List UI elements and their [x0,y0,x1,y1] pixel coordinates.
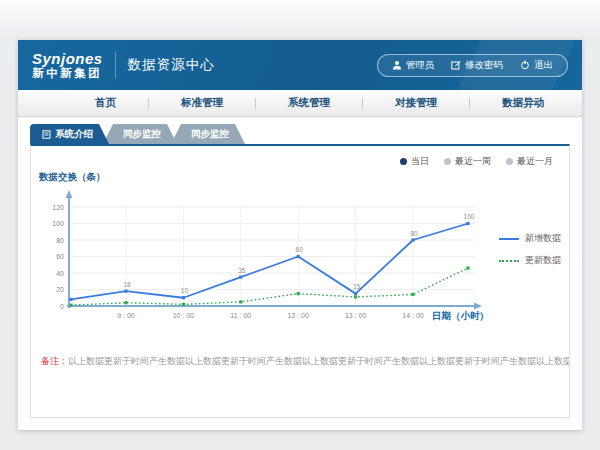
time-range-option-1[interactable]: 最近一周 [444,155,491,168]
footnote-prefix: 备注： [41,356,68,366]
nav-item-2[interactable]: 系统管理 [256,96,362,110]
svg-text:10 : 00: 10 : 00 [173,312,195,319]
svg-text:120: 120 [52,204,64,211]
legend-line-swatch [499,238,519,240]
tab-1[interactable]: 同步监控 [103,124,177,144]
logo-text-en: Synjones [32,50,103,67]
svg-text:0: 0 [60,303,64,310]
main-nav: 首页标准管理系统管理对接管理数据异动 [18,90,582,117]
tab-bar: 系统介绍同步监控同步监控 [30,124,582,144]
legend-item-1[interactable]: 更新数据 [499,254,561,267]
time-range-label: 最近一周 [455,155,491,168]
edit-icon [451,60,461,70]
company-logo: Synjones 新中新集团 [32,50,103,80]
logo-text-cn: 新中新集团 [32,67,102,80]
line-chart: 0204060801001209 : 0010 : 0011 : 0012 : … [31,186,491,326]
svg-text:60: 60 [56,253,64,260]
tab-label: 同步监控 [123,128,161,141]
legend-label: 新增数据 [525,232,561,245]
chart-y-axis-title: 数据交换（条） [39,171,106,184]
radio-icon [444,158,451,165]
logout-button[interactable]: 退出 [520,59,553,72]
svg-text:100: 100 [464,213,475,220]
chart-svg: 0204060801001209 : 0010 : 0011 : 0012 : … [31,186,491,326]
tab-0[interactable]: 系统介绍 [30,124,109,144]
change-password-label: 修改密码 [465,59,503,72]
header-divider [115,52,116,78]
svg-text:18: 18 [123,281,131,288]
logout-label: 退出 [534,59,553,72]
svg-text:35: 35 [238,267,246,274]
radio-selected-icon [400,158,407,165]
radio-icon [506,158,513,165]
app-header: Synjones 新中新集团 数据资源中心 管理员 修改密码 [18,40,582,90]
chart-legend: 新增数据更新数据 [499,232,561,267]
current-user-button[interactable]: 管理员 [392,59,435,72]
change-password-button[interactable]: 修改密码 [451,59,503,72]
svg-text:20: 20 [56,286,64,293]
svg-text:14 : 00: 14 : 00 [402,312,424,319]
content-panel: 当日最近一周最近一月 数据交换（条） 0204060801001209 : 00… [30,144,570,418]
footnote: 备注：以上数据更新于时间产生数据以上数据更新于时间产生数据以上数据更新于时间产生… [31,355,569,368]
legend-label: 更新数据 [525,254,561,267]
user-toolbar: 管理员 修改密码 退出 [377,54,569,77]
tab-label: 同步监控 [191,128,229,141]
footnote-text: 以上数据更新于时间产生数据以上数据更新于时间产生数据以上数据更新于时间产生数据以… [68,356,569,366]
svg-text:13 : 00: 13 : 00 [345,312,367,319]
chart-x-axis-title: 日期（小时） [432,310,489,322]
svg-text:60: 60 [296,246,304,253]
time-range-option-2[interactable]: 最近一月 [506,155,553,168]
nav-item-0[interactable]: 首页 [63,96,148,110]
svg-text:80: 80 [56,237,64,244]
svg-text:80: 80 [410,230,418,237]
app-window: Synjones 新中新集团 数据资源中心 管理员 修改密码 [18,40,582,430]
user-icon [392,60,402,70]
time-range-option-0[interactable]: 当日 [400,155,429,168]
legend-line-swatch [499,260,519,262]
tab-2[interactable]: 同步监控 [171,124,245,144]
svg-text:15: 15 [353,283,361,290]
tab-label: 系统介绍 [55,128,93,141]
legend-item-0[interactable]: 新增数据 [499,232,561,245]
svg-text:12 : 00: 12 : 00 [287,312,309,319]
nav-item-3[interactable]: 对接管理 [363,96,469,110]
nav-item-4[interactable]: 数据异动 [470,96,576,110]
time-range-label: 最近一月 [517,155,553,168]
current-user-label: 管理员 [406,59,435,72]
svg-text:9 : 00: 9 : 00 [117,312,135,319]
svg-text:40: 40 [56,270,64,277]
power-icon [520,60,530,70]
page-title: 数据资源中心 [128,56,215,74]
svg-text:100: 100 [52,220,64,227]
svg-text:11 : 00: 11 : 00 [230,312,251,319]
document-icon [42,130,51,139]
time-range-label: 当日 [411,155,429,168]
nav-item-1[interactable]: 标准管理 [149,96,255,110]
time-range-options: 当日最近一周最近一月 [400,155,553,168]
svg-text:10: 10 [181,287,189,294]
